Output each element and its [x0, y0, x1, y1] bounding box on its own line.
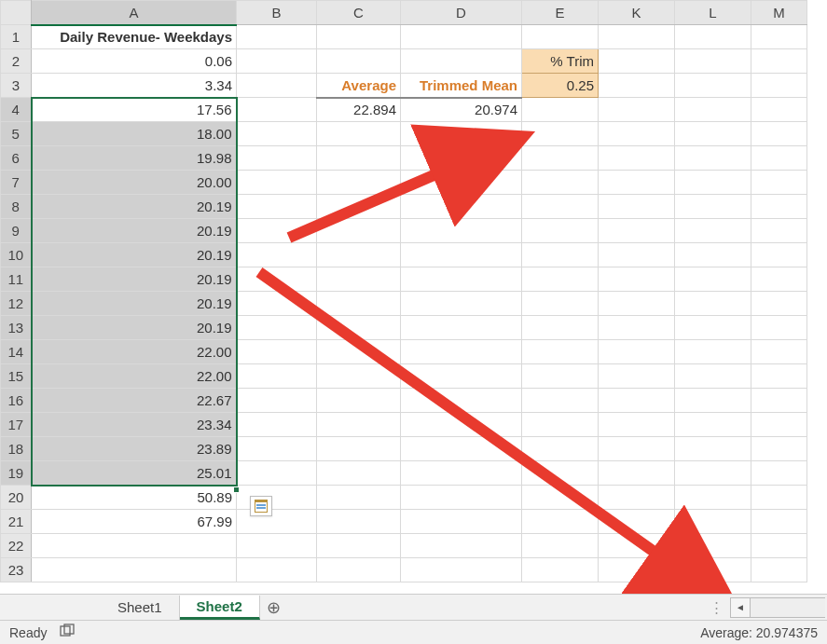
cell[interactable] [522, 316, 599, 340]
cell[interactable] [599, 98, 675, 122]
selection-fill-handle[interactable] [233, 486, 240, 493]
cell[interactable] [751, 340, 807, 364]
col-head-L[interactable]: L [675, 1, 751, 25]
cell[interactable] [522, 292, 599, 316]
cell[interactable] [522, 98, 599, 122]
cell[interactable] [751, 25, 807, 49]
cell-C3-average-label[interactable]: Average [317, 74, 401, 98]
cell-A2[interactable]: 0.06 [32, 49, 237, 74]
cell[interactable] [675, 510, 751, 534]
row-head[interactable]: 15 [1, 364, 32, 389]
cell[interactable]: 18.00 [32, 122, 237, 146]
cell[interactable]: 20.19 [32, 243, 237, 267]
cell[interactable] [599, 437, 675, 461]
cell[interactable] [237, 25, 317, 49]
cell[interactable] [237, 122, 317, 146]
cell[interactable] [599, 25, 675, 49]
cell[interactable] [751, 243, 807, 267]
row-head[interactable]: 17 [1, 413, 32, 437]
cell[interactable] [751, 486, 807, 510]
cell[interactable] [401, 267, 522, 292]
spreadsheet-grid[interactable]: A B C D E K L M 1 Daily Revenue- Weekday… [0, 0, 807, 582]
cell[interactable] [599, 171, 675, 195]
cell[interactable] [599, 340, 675, 364]
cell[interactable] [522, 243, 599, 267]
cell[interactable] [237, 292, 317, 316]
cell[interactable] [522, 534, 599, 558]
tab-sheet2[interactable]: Sheet2 [180, 596, 260, 620]
cell[interactable] [599, 74, 675, 98]
row-head[interactable]: 5 [1, 122, 32, 146]
cell[interactable] [237, 243, 317, 267]
cell[interactable] [675, 219, 751, 243]
cell[interactable] [751, 122, 807, 146]
row-head[interactable]: 9 [1, 219, 32, 243]
cell[interactable] [401, 461, 522, 486]
cell[interactable] [599, 389, 675, 413]
cell[interactable] [751, 74, 807, 98]
cell[interactable] [599, 510, 675, 534]
cell[interactable] [522, 171, 599, 195]
cell[interactable] [675, 364, 751, 389]
tab-sheet1[interactable]: Sheet1 [101, 596, 180, 620]
cell[interactable] [522, 437, 599, 461]
cell[interactable]: 22.67 [32, 389, 237, 413]
cell[interactable] [237, 510, 317, 534]
col-head-D[interactable]: D [401, 1, 522, 25]
row-head[interactable]: 23 [1, 558, 32, 582]
row-head[interactable]: 1 [1, 25, 32, 49]
cell[interactable] [599, 195, 675, 219]
cell[interactable] [599, 292, 675, 316]
col-head-C[interactable]: C [317, 1, 401, 25]
cell[interactable] [401, 340, 522, 364]
cell[interactable] [237, 195, 317, 219]
cell[interactable] [751, 49, 807, 74]
cell[interactable] [32, 558, 237, 582]
cell[interactable]: 50.89 [32, 486, 237, 510]
cell[interactable] [401, 171, 522, 195]
col-head-B[interactable]: B [237, 1, 317, 25]
cell[interactable]: 22.00 [32, 364, 237, 389]
cell[interactable] [675, 292, 751, 316]
cell[interactable] [401, 558, 522, 582]
cell[interactable]: 23.34 [32, 413, 237, 437]
cell[interactable] [599, 49, 675, 74]
cell[interactable] [237, 486, 317, 510]
cell[interactable] [675, 25, 751, 49]
cell[interactable] [317, 219, 401, 243]
cell[interactable] [237, 171, 317, 195]
cell-D4-trimmed[interactable]: 20.974 [401, 98, 522, 122]
cell[interactable] [751, 461, 807, 486]
cell[interactable] [237, 389, 317, 413]
cell[interactable] [751, 437, 807, 461]
cell[interactable] [522, 389, 599, 413]
cell[interactable] [317, 413, 401, 437]
hscroll-left-button[interactable]: ◄ [730, 597, 751, 618]
row-head[interactable]: 19 [1, 461, 32, 486]
cell[interactable] [675, 534, 751, 558]
cell[interactable] [751, 389, 807, 413]
row-head[interactable]: 21 [1, 510, 32, 534]
cell[interactable] [522, 340, 599, 364]
cell[interactable] [237, 340, 317, 364]
cell[interactable] [317, 171, 401, 195]
cell[interactable] [599, 146, 675, 171]
cell[interactable] [522, 486, 599, 510]
cell[interactable] [675, 171, 751, 195]
cell[interactable] [675, 413, 751, 437]
cell[interactable] [751, 413, 807, 437]
cell[interactable] [317, 195, 401, 219]
cell[interactable] [32, 534, 237, 558]
cell[interactable] [675, 461, 751, 486]
cell[interactable] [675, 316, 751, 340]
cell[interactable]: 23.89 [32, 437, 237, 461]
cell[interactable] [401, 49, 522, 74]
hscroll-track[interactable] [751, 597, 825, 618]
cell[interactable] [599, 316, 675, 340]
cell[interactable] [522, 558, 599, 582]
cell[interactable] [401, 195, 522, 219]
cell[interactable]: 20.19 [32, 219, 237, 243]
cell[interactable] [317, 316, 401, 340]
cell[interactable] [675, 267, 751, 292]
row-head[interactable]: 12 [1, 292, 32, 316]
